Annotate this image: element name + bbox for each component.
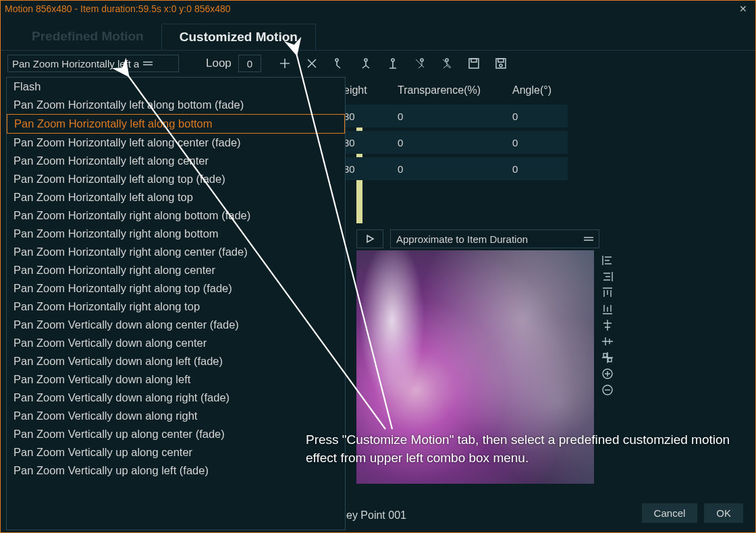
tab-predefined-motion[interactable]: Predefined Motion <box>14 24 161 50</box>
distribute-icon[interactable] <box>601 352 614 364</box>
duration-mode-label: Approximate to Item Duration <box>396 233 528 245</box>
annotation-text: Press "Customize Motion" tab, then selec… <box>306 431 731 467</box>
keyframe-tool-5-icon[interactable] <box>441 57 453 69</box>
svg-rect-11 <box>608 358 612 362</box>
loop-label: Loop <box>206 57 232 70</box>
dialog-buttons: Cancel OK <box>642 503 743 523</box>
dropdown-item[interactable]: Pan Zoom Horizontally right along center… <box>7 243 345 261</box>
dropdown-item[interactable]: Pan Zoom Vertically up along center (fad… <box>7 425 345 443</box>
center-v-icon[interactable] <box>601 335 614 347</box>
loop-input[interactable]: 0 <box>238 55 261 72</box>
svg-rect-8 <box>498 59 504 62</box>
align-top-icon[interactable] <box>601 287 614 299</box>
dropdown-item[interactable]: Pan Zoom Vertically up along center <box>7 443 345 461</box>
keyframe-tool-4-icon[interactable] <box>414 57 426 69</box>
dropdown-item[interactable]: Pan Zoom Horizontally right along bottom… <box>7 206 345 225</box>
cell-transparence: 0 <box>392 137 507 148</box>
combo-dropdown-icon <box>584 235 593 242</box>
table-row[interactable]: 3000 <box>338 131 568 154</box>
dropdown-item[interactable]: Pan Zoom Horizontally left along top <box>7 188 345 206</box>
dropdown-item[interactable]: Pan Zoom Horizontally right along bottom <box>7 225 345 243</box>
close-icon[interactable]: ✕ <box>735 3 751 14</box>
dropdown-item[interactable]: Pan Zoom Horizontally left along center … <box>7 134 345 152</box>
col-angle: Angle(°) <box>507 80 568 101</box>
cell-height: 30 <box>338 163 392 175</box>
top-row: Pan Zoom Horizontally left a Loop 0 <box>1 50 755 76</box>
dropdown-item[interactable]: Pan Zoom Vertically down along left (fad… <box>7 352 345 370</box>
cell-transparence: 0 <box>392 163 507 175</box>
dropdown-item[interactable]: Pan Zoom Vertically down along center <box>7 334 345 352</box>
delete-icon[interactable] <box>306 57 318 69</box>
keyframe-tool-1-icon[interactable] <box>333 57 345 69</box>
table-row[interactable]: 3000 <box>338 157 568 180</box>
cell-height: 30 <box>338 111 392 122</box>
zoom-in-icon[interactable] <box>601 368 614 380</box>
col-transparence: Transparence(%) <box>392 80 507 101</box>
toolbar <box>279 57 507 69</box>
dropdown-item[interactable]: Pan Zoom Vertically up along left (fade) <box>7 461 345 480</box>
table-body: 300030003000 <box>338 105 568 184</box>
dropdown-item[interactable]: Pan Zoom Horizontally right along top <box>7 298 345 316</box>
col-height: eight <box>338 80 392 101</box>
window-title: Motion 856x480 - Item duration:59.5s x:0… <box>5 3 735 14</box>
cell-height: 30 <box>338 137 392 148</box>
cell-angle: 0 <box>507 163 568 175</box>
save-as-icon[interactable] <box>495 57 507 69</box>
dropdown-item[interactable]: Pan Zoom Vertically down along center (f… <box>7 316 345 334</box>
save-icon[interactable] <box>468 57 480 69</box>
cell-angle: 0 <box>507 111 568 122</box>
motion-dialog: Motion 856x480 - Item duration:59.5s x:0… <box>0 0 756 533</box>
dropdown-item[interactable]: Pan Zoom Horizontally right along top (f… <box>7 279 345 298</box>
tabs: Predefined Motion Customized Motion <box>1 17 755 50</box>
dropdown-item[interactable]: Pan Zoom Horizontally left along center <box>7 152 345 170</box>
keyframe-tool-2-icon[interactable] <box>360 57 372 69</box>
tab-customized-motion[interactable]: Customized Motion <box>161 24 316 50</box>
align-right-icon[interactable] <box>601 271 614 283</box>
align-left-icon[interactable] <box>601 254 614 266</box>
svg-point-3 <box>421 59 423 61</box>
dropdown-item[interactable]: Flash <box>7 78 345 96</box>
motion-preset-value: Pan Zoom Horizontally left a <box>12 58 139 69</box>
zoom-out-icon[interactable] <box>601 384 614 396</box>
motion-preset-combo[interactable]: Pan Zoom Horizontally left a <box>7 55 179 72</box>
dropdown-item[interactable]: Pan Zoom Vertically down along right <box>7 407 345 425</box>
cell-angle: 0 <box>507 137 568 148</box>
dropdown-item[interactable]: Pan Zoom Horizontally left along top (fa… <box>7 170 345 188</box>
dropdown-item[interactable]: Pan Zoom Vertically down along left <box>7 370 345 389</box>
svg-point-0 <box>335 59 338 61</box>
add-icon[interactable] <box>279 57 291 69</box>
dropdown-item[interactable]: Pan Zoom Horizontally left along bottom … <box>7 96 345 114</box>
table-header: eight Transparence(%) Angle(°) <box>338 80 568 101</box>
preview-controls: Approximate to Item Duration <box>356 229 599 249</box>
dropdown-item[interactable]: Pan Zoom Vertically down along right (fa… <box>7 389 345 407</box>
svg-point-2 <box>392 59 394 61</box>
duration-mode-combo[interactable]: Approximate to Item Duration <box>390 229 599 248</box>
svg-rect-6 <box>471 59 477 62</box>
keypoint-label: ey Point 001 <box>346 509 406 522</box>
ok-button[interactable]: OK <box>704 503 743 523</box>
cell-transparence: 0 <box>392 111 507 122</box>
dropdown-item[interactable]: Pan Zoom Horizontally right along center <box>7 261 345 279</box>
titlebar: Motion 856x480 - Item duration:59.5s x:0… <box>1 1 755 17</box>
cancel-button[interactable]: Cancel <box>642 503 698 523</box>
svg-point-4 <box>446 59 448 61</box>
svg-rect-5 <box>469 59 479 68</box>
svg-point-1 <box>364 59 367 61</box>
svg-point-9 <box>500 64 502 67</box>
align-bottom-icon[interactable] <box>601 303 614 315</box>
combo-dropdown-icon <box>143 60 153 67</box>
alignment-tools <box>601 254 614 396</box>
svg-rect-10 <box>603 354 607 357</box>
dropdown-item[interactable]: Pan Zoom Horizontally left along bottom <box>7 114 345 134</box>
play-button[interactable] <box>356 229 383 248</box>
motion-preset-dropdown[interactable]: FlashPan Zoom Horizontally left along bo… <box>6 77 346 530</box>
table-row[interactable]: 3000 <box>338 105 568 128</box>
keyframe-tool-3-icon[interactable] <box>387 57 399 69</box>
center-h-icon[interactable] <box>601 319 614 331</box>
